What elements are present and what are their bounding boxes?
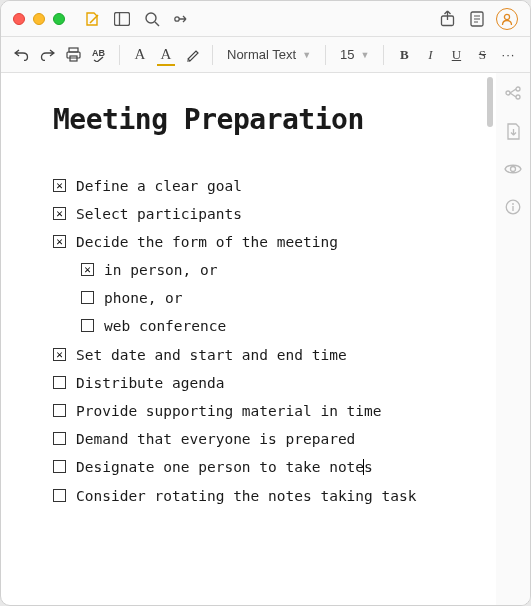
task-checkbox[interactable] [53, 489, 66, 502]
svg-point-18 [516, 87, 520, 91]
app-window: AB A A Normal Text ▼ 15 ▼ B I U S ··· Me… [0, 0, 531, 606]
task-text[interactable]: Decide the form of the meeting [76, 231, 338, 254]
task-checkbox[interactable] [53, 432, 66, 445]
task-text[interactable]: Designate one person to take notes [76, 456, 373, 479]
task-text[interactable]: phone, or [104, 287, 183, 310]
info-icon[interactable] [503, 197, 523, 217]
chevron-down-icon: ▼ [302, 50, 311, 60]
svg-line-3 [155, 22, 159, 26]
svg-point-15 [506, 91, 510, 95]
page-settings-icon[interactable] [466, 8, 488, 30]
task-text[interactable]: in person, or [104, 259, 218, 282]
outline-icon[interactable] [503, 83, 523, 103]
more-format-button[interactable]: ··· [496, 42, 520, 68]
redo-button[interactable] [35, 42, 59, 68]
task-item[interactable]: Distribute agenda [53, 369, 476, 397]
highlight-button[interactable] [180, 42, 204, 68]
document-title[interactable]: Meeting Preparation [53, 103, 476, 136]
share-icon[interactable] [436, 8, 458, 30]
task-item[interactable]: Provide supporting material in time [53, 398, 476, 426]
task-checkbox[interactable] [53, 235, 66, 248]
bold-button[interactable]: B [392, 42, 416, 68]
task-text[interactable]: Set date and start and end time [76, 344, 347, 367]
window-controls [13, 13, 65, 25]
font-color-button[interactable]: A [154, 42, 178, 68]
task-text[interactable]: Consider rotating the notes taking task [76, 485, 416, 508]
task-item[interactable]: Consider rotating the notes taking task [53, 482, 476, 510]
task-text[interactable]: Demand that everyone is prepared [76, 428, 355, 451]
spellcheck-button[interactable]: AB [87, 42, 111, 68]
task-text[interactable]: Provide supporting material in time [76, 400, 382, 423]
task-checkbox[interactable] [53, 207, 66, 220]
print-button[interactable] [61, 42, 85, 68]
search-icon[interactable] [141, 8, 163, 30]
svg-point-2 [146, 13, 156, 23]
underline-button[interactable]: U [444, 42, 468, 68]
link-icon[interactable] [171, 8, 193, 30]
task-list[interactable]: Define a clear goalSelect participantsDe… [53, 172, 476, 510]
task-checkbox[interactable] [81, 263, 94, 276]
undo-button[interactable] [9, 42, 33, 68]
task-item[interactable]: Define a clear goal [53, 172, 476, 200]
svg-point-4 [175, 16, 179, 20]
svg-line-17 [510, 93, 516, 97]
task-text[interactable]: Select participants [76, 203, 242, 226]
svg-point-20 [511, 167, 516, 172]
task-item[interactable]: web conference [53, 313, 476, 341]
preview-icon[interactable] [503, 159, 523, 179]
svg-line-16 [510, 89, 516, 93]
font-size-dropdown[interactable]: 15 ▼ [334, 47, 375, 62]
side-panel [496, 73, 530, 605]
task-checkbox[interactable] [81, 291, 94, 304]
task-item[interactable]: Demand that everyone is prepared [53, 426, 476, 454]
svg-point-10 [504, 14, 509, 19]
task-text[interactable]: Distribute agenda [76, 372, 224, 395]
export-icon[interactable] [503, 121, 523, 141]
strikethrough-button[interactable]: S [470, 42, 494, 68]
task-text[interactable]: web conference [104, 315, 226, 338]
task-item[interactable]: Designate one person to take notes [53, 454, 476, 482]
task-checkbox[interactable] [53, 460, 66, 473]
editor-body[interactable]: Meeting Preparation Define a clear goalS… [1, 73, 496, 605]
task-item[interactable]: Decide the form of the meeting [53, 228, 476, 256]
task-checkbox[interactable] [53, 179, 66, 192]
task-checkbox[interactable] [53, 348, 66, 361]
titlebar [1, 1, 530, 37]
content-area: Meeting Preparation Define a clear goalS… [1, 73, 530, 605]
svg-point-19 [516, 95, 520, 99]
task-item[interactable]: phone, or [53, 285, 476, 313]
italic-button[interactable]: I [418, 42, 442, 68]
svg-text:AB: AB [92, 48, 105, 58]
font-size-label: 15 [340, 47, 354, 62]
task-text[interactable]: Define a clear goal [76, 175, 242, 198]
account-avatar[interactable] [496, 8, 518, 30]
task-checkbox[interactable] [53, 404, 66, 417]
svg-point-22 [512, 203, 514, 205]
task-checkbox[interactable] [81, 319, 94, 332]
chevron-down-icon: ▼ [361, 50, 370, 60]
sidebar-toggle-icon[interactable] [111, 8, 133, 30]
scrollbar-thumb[interactable] [487, 77, 493, 127]
paragraph-style-label: Normal Text [227, 47, 296, 62]
text-caret [363, 459, 364, 475]
task-item[interactable]: in person, or [53, 257, 476, 285]
task-checkbox[interactable] [53, 376, 66, 389]
svg-rect-12 [67, 52, 80, 58]
quick-note-icon[interactable] [81, 8, 103, 30]
zoom-window-button[interactable] [53, 13, 65, 25]
close-window-button[interactable] [13, 13, 25, 25]
task-item[interactable]: Set date and start and end time [53, 341, 476, 369]
minimize-window-button[interactable] [33, 13, 45, 25]
svg-rect-0 [115, 12, 130, 25]
paragraph-style-dropdown[interactable]: Normal Text ▼ [221, 47, 317, 62]
task-item[interactable]: Select participants [53, 200, 476, 228]
font-family-button[interactable]: A [128, 42, 152, 68]
format-toolbar: AB A A Normal Text ▼ 15 ▼ B I U S ··· [1, 37, 530, 73]
